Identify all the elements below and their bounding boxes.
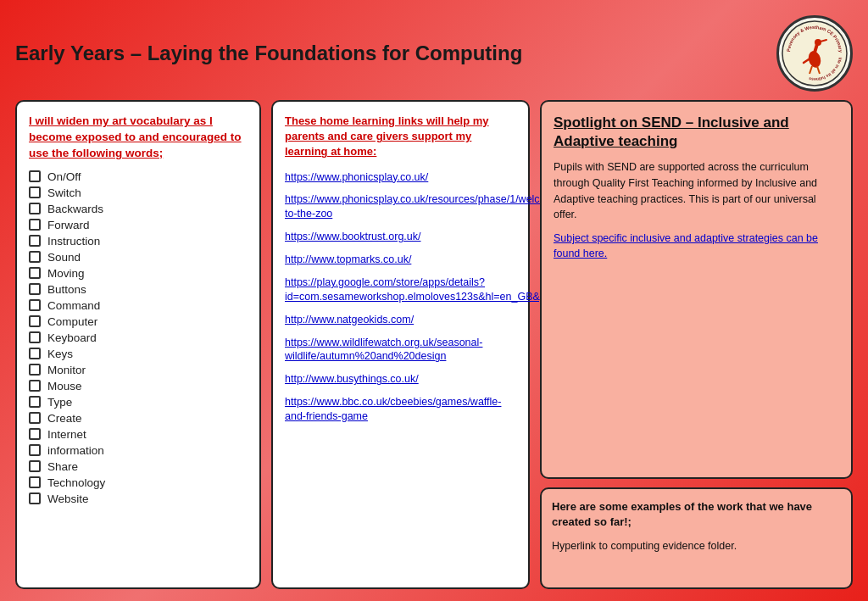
work-body: Hyperlink to computing evidence folder. xyxy=(552,538,841,554)
learning-link[interactable]: https://www.bbc.co.uk/cbeebies/games/waf… xyxy=(285,393,516,426)
vocab-word: Switch xyxy=(47,186,81,199)
vocab-list-item: Keys xyxy=(29,348,248,360)
learning-link[interactable]: https://www.wildlifewatch.org.uk/seasona… xyxy=(285,334,516,366)
header: Early Years – Laying the Foundations for… xyxy=(15,15,853,92)
vocab-list-item: Monitor xyxy=(29,364,248,376)
learning-link[interactable]: http://www.busythings.co.uk/ xyxy=(285,370,516,388)
vocab-list-item: Type xyxy=(29,396,248,409)
vocab-checkbox xyxy=(29,235,41,247)
vocab-checkbox xyxy=(29,315,41,327)
page-wrapper: Early Years – Laying the Foundations for… xyxy=(0,0,868,601)
vocab-word: Mouse xyxy=(47,380,82,392)
vocab-checkbox xyxy=(29,348,41,359)
right-column: Spotlight on SEND – Inclusive and Adapti… xyxy=(540,100,853,589)
vocab-list-item: information xyxy=(29,444,248,457)
vocab-list-item: Share xyxy=(29,460,248,473)
send-body: Pupils with SEND are supported across th… xyxy=(554,159,839,223)
vocab-checkbox xyxy=(29,476,41,488)
vocab-checkbox xyxy=(29,428,41,440)
vocab-checkbox xyxy=(29,460,41,472)
page-title: Early Years – Laying the Foundations for… xyxy=(15,42,522,65)
learning-link[interactable]: https://www.booktrust.org.uk/ xyxy=(285,228,516,246)
vocab-column: I will widen my art vocabulary as I beco… xyxy=(15,100,261,589)
vocab-list-item: Technology xyxy=(29,476,248,489)
vocab-word: Monitor xyxy=(47,364,86,376)
send-link[interactable]: Subject specific inclusive and adaptive … xyxy=(554,231,839,261)
vocab-word: Forward xyxy=(47,219,90,231)
vocab-checkbox xyxy=(29,444,41,456)
vocab-list-item: Sound xyxy=(29,251,248,264)
learning-link[interactable]: https://www.phonicsplay.co.uk/resources/… xyxy=(285,191,516,223)
vocab-word: information xyxy=(47,444,104,457)
vocab-list-item: Forward xyxy=(29,219,248,231)
vocab-word: On/Off xyxy=(47,170,81,183)
vocab-word: Instruction xyxy=(47,235,100,248)
vocab-list-item: Keyboard xyxy=(29,331,248,344)
vocab-checkbox xyxy=(29,251,41,263)
vocab-word: Buttons xyxy=(47,283,86,296)
learning-link[interactable]: https://www.phonicsplay.co.uk/ xyxy=(285,169,516,186)
vocab-checkbox xyxy=(29,492,41,504)
vocab-list-item: Website xyxy=(29,492,248,505)
vocab-word: Moving xyxy=(47,267,85,280)
main-content: I will widen my art vocabulary as I beco… xyxy=(15,100,853,589)
vocab-word: Share xyxy=(47,460,78,473)
send-box: Spotlight on SEND – Inclusive and Adapti… xyxy=(540,100,853,479)
vocab-word: Keyboard xyxy=(47,331,97,344)
vocab-list-item: Buttons xyxy=(29,283,248,296)
vocab-list-item: Computer xyxy=(29,315,248,328)
learning-link[interactable]: http://www.topmarks.co.uk/ xyxy=(285,251,516,269)
vocab-list: On/OffSwitchBackwardsForwardInstructionS… xyxy=(29,170,248,505)
vocab-list-item: Instruction xyxy=(29,235,248,248)
vocab-checkbox xyxy=(29,396,41,408)
work-title: Here are some examples of the work that … xyxy=(552,499,841,530)
vocab-list-item: Internet xyxy=(29,428,248,441)
vocab-checkbox xyxy=(29,299,41,311)
vocab-checkbox xyxy=(29,364,41,376)
school-logo-svg: Pevensey & Westham CE Primary life in al… xyxy=(782,20,848,86)
vocab-word: Internet xyxy=(47,428,86,441)
vocab-checkbox xyxy=(29,283,41,295)
vocab-list-item: On/Off xyxy=(29,170,248,183)
vocab-checkbox xyxy=(29,267,41,279)
send-title: Spotlight on SEND – Inclusive and Adapti… xyxy=(554,114,839,151)
learning-link[interactable]: http://www.natgeokids.com/ xyxy=(285,311,516,329)
links-section-title: These home learning links will help my p… xyxy=(285,114,516,160)
vocab-checkbox xyxy=(29,412,41,424)
vocab-list-item: Create xyxy=(29,412,248,425)
vocab-checkbox xyxy=(29,331,41,343)
vocab-checkbox xyxy=(29,170,41,182)
vocab-checkbox xyxy=(29,380,41,392)
vocab-list-item: Command xyxy=(29,299,248,312)
vocab-list-item: Backwards xyxy=(29,203,248,215)
vocab-word: Technology xyxy=(47,476,105,489)
vocab-list-item: Mouse xyxy=(29,380,248,392)
vocab-word: Website xyxy=(47,492,89,505)
links-column: These home learning links will help my p… xyxy=(271,100,530,589)
vocab-word: Type xyxy=(47,396,72,409)
vocab-word: Create xyxy=(47,412,82,425)
vocab-checkbox xyxy=(29,219,41,231)
vocab-section-title: I will widen my art vocabulary as I beco… xyxy=(29,114,248,162)
vocab-list-item: Switch xyxy=(29,186,248,199)
vocab-word: Command xyxy=(47,299,100,312)
vocab-word: Keys xyxy=(47,348,73,360)
svg-point-5 xyxy=(815,39,821,46)
vocab-word: Sound xyxy=(47,251,81,264)
vocab-word: Computer xyxy=(47,315,97,328)
school-logo: Pevensey & Westham CE Primary life in al… xyxy=(776,15,853,92)
work-box: Here are some examples of the work that … xyxy=(540,487,853,589)
learning-link[interactable]: https://play.google.com/store/apps/detai… xyxy=(285,274,516,306)
vocab-checkbox xyxy=(29,203,41,214)
vocab-word: Backwards xyxy=(47,203,103,215)
vocab-checkbox xyxy=(29,186,41,198)
vocab-list-item: Moving xyxy=(29,267,248,280)
